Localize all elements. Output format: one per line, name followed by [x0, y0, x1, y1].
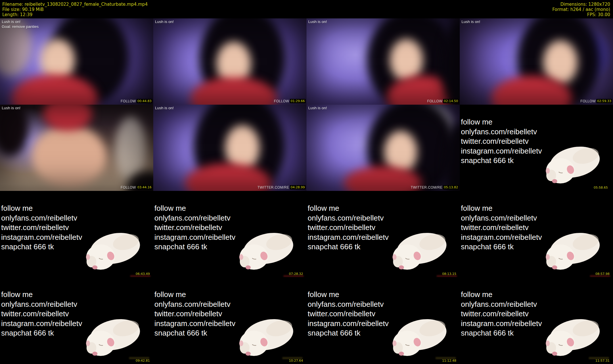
timestamp-badge: 08:57.98 — [595, 272, 610, 276]
stream-overlay-text: Lush is on! — [2, 106, 20, 110]
figure-silhouette — [40, 39, 75, 82]
stream-overlay-text: Lush is on! — [308, 19, 327, 24]
promo-line: onlyfans.com/reibelletv — [308, 300, 460, 309]
filesize-label: File size: 90.19 MiB — [2, 7, 147, 12]
figure-silhouette — [32, 125, 106, 188]
figure-silhouette — [12, 74, 98, 105]
promo-line: onlyfans.com/reibelletv — [461, 127, 613, 137]
promo-line: onlyfans.com/reibelletv — [461, 300, 613, 309]
timestamp-badge: 07:28.32 — [289, 272, 303, 276]
timestamp-badge: 02:59.33 — [596, 99, 612, 103]
promo-thumbnail: follow meonlyfans.com/reibelletvtwitter.… — [306, 277, 460, 364]
ferret-image — [543, 140, 600, 188]
frame-art — [153, 105, 306, 191]
frame-footer: FOLLOW 03:44.16 — [121, 185, 152, 189]
promo-thumbnail: follow meonlyfans.com/reibelletvtwitter.… — [0, 277, 153, 364]
timestamp-badge: 11:57.31 — [595, 359, 610, 363]
figure-silhouette — [225, 125, 260, 171]
shadow-patch — [0, 105, 29, 156]
stream-overlay-line: Lush is on! — [155, 106, 174, 110]
frame-footer: FOLLOW 02:59.33 — [581, 99, 612, 103]
figure-silhouette — [217, 41, 251, 86]
video-thumbnail: Lush is on! FOLLOW 02:59.33 — [460, 18, 613, 105]
figure-silhouette — [191, 77, 277, 105]
timestamp-badge: 06:43.49 — [136, 272, 150, 276]
video-thumbnail: Lush is on!Goal: remove panties FOLLOW 0… — [0, 18, 153, 105]
figure-silhouette — [199, 18, 286, 105]
promo-thumbnail: follow meonlyfans.com/reibelletvtwitter.… — [0, 191, 153, 277]
stream-overlay-site: TWITTER.COM/RE — [411, 185, 442, 189]
figure-silhouette — [384, 131, 417, 174]
stream-overlay-site: FOLLOW — [274, 99, 289, 103]
promo-line: follow me — [154, 290, 306, 300]
timestamp-badge: 11:12.48 — [442, 359, 456, 363]
chair-patch — [410, 105, 453, 148]
figure-silhouette — [390, 39, 423, 82]
fps-label: FPS: 30.00 — [552, 12, 610, 17]
stream-overlay-line: Lush is on! — [2, 19, 39, 24]
figure-silhouette — [491, 76, 572, 105]
ferret-image — [83, 312, 140, 361]
stream-overlay-site: FOLLOW — [427, 99, 442, 103]
ferret-image — [83, 226, 140, 274]
ferret-image — [543, 312, 600, 361]
promo-thumbnail: follow meonlyfans.com/reibelletvtwitter.… — [153, 191, 306, 277]
promo-line: follow me — [308, 290, 460, 300]
promo-line: follow me — [154, 204, 306, 213]
stream-overlay-line: Lush is on! — [155, 19, 174, 24]
ferret-image — [236, 226, 294, 274]
timestamp-badge: 02:14.50 — [443, 99, 459, 103]
stream-overlay-line: Lush is on! — [308, 19, 327, 24]
frame-footer: TWITTER.COM/RE 04:28.99 — [258, 185, 306, 189]
ferret-image — [543, 226, 600, 274]
video-thumbnail: Lush is on! TWITTER.COM/RE 05:13.82 — [306, 105, 460, 191]
figure-silhouette — [344, 166, 422, 191]
video-thumbnail: Lush is on! FOLLOW 03:44.16 — [0, 105, 153, 191]
stream-overlay-line: Lush is on! — [308, 106, 327, 110]
stream-overlay-text: Lush is on! — [155, 106, 174, 110]
promo-thumbnail: follow meonlyfans.com/reibelletvtwitter.… — [306, 191, 460, 277]
promo-line: onlyfans.com/reibelletv — [308, 213, 460, 223]
media-info-left: Filename: reibelletv_13082022_0827_femal… — [2, 2, 147, 18]
figure-silhouette — [517, 18, 601, 105]
stream-overlay-line: Goal: remove panties — [2, 24, 39, 29]
thumbnail-grid: Lush is on!Goal: remove panties FOLLOW 0… — [0, 18, 613, 364]
promo-thumbnail: follow meonlyfans.com/reibelletvtwitter.… — [460, 191, 613, 277]
promo-line: onlyfans.com/reibelletv — [1, 213, 153, 223]
chair-patch — [115, 116, 147, 182]
figure-silhouette — [367, 105, 456, 191]
promo-line: follow me — [1, 290, 153, 300]
promo-line: onlyfans.com/reibelletv — [461, 213, 613, 223]
stream-overlay-text: Lush is on! — [308, 106, 327, 110]
frame-footer: TWITTER.COM/RE 05:13.82 — [411, 185, 459, 189]
frame-footer: FOLLOW 00:44.83 — [121, 99, 152, 103]
shadow-patch — [442, 18, 460, 105]
stream-overlay-site: FOLLOW — [121, 99, 136, 103]
frame-footer: FOLLOW 02:14.50 — [427, 99, 459, 103]
video-thumbnail: Lush is on! FOLLOW 02:14.50 — [306, 18, 460, 105]
timestamp-badge: 05:58.65 — [594, 186, 608, 189]
timestamp-badge: 09:42.81 — [136, 359, 150, 363]
promo-line: follow me — [461, 117, 613, 127]
stream-overlay-site: FOLLOW — [581, 99, 596, 103]
promo-thumbnail: follow meonlyfans.com/reibelletvtwitter.… — [460, 105, 613, 191]
timestamp-badge: 08:13.15 — [442, 272, 456, 276]
promo-thumbnail: follow meonlyfans.com/reibelletvtwitter.… — [153, 277, 306, 364]
video-thumbnail: Lush is on! FOLLOW 01:29.66 — [153, 18, 306, 105]
promo-line: onlyfans.com/reibelletv — [1, 300, 153, 309]
frame-art — [0, 105, 153, 191]
dimensions-label: Dimensions: 1280x720 — [552, 2, 610, 7]
stream-overlay-site: TWITTER.COM/RE — [258, 185, 289, 189]
frame-art — [306, 18, 460, 105]
promo-line: onlyfans.com/reibelletv — [154, 213, 306, 223]
figure-silhouette — [367, 18, 456, 105]
promo-line: follow me — [461, 204, 613, 213]
timestamp-badge: 01:29.66 — [290, 99, 306, 103]
promo-line: onlyfans.com/reibelletv — [154, 300, 306, 309]
figure-silhouette — [49, 18, 129, 105]
ferret-image — [236, 312, 294, 361]
promo-line: follow me — [308, 204, 460, 213]
stream-overlay-line: Lush is on! — [461, 19, 480, 24]
promo-line: follow me — [1, 204, 153, 213]
promo-thumbnail: follow meonlyfans.com/reibelletvtwitter.… — [460, 277, 613, 364]
